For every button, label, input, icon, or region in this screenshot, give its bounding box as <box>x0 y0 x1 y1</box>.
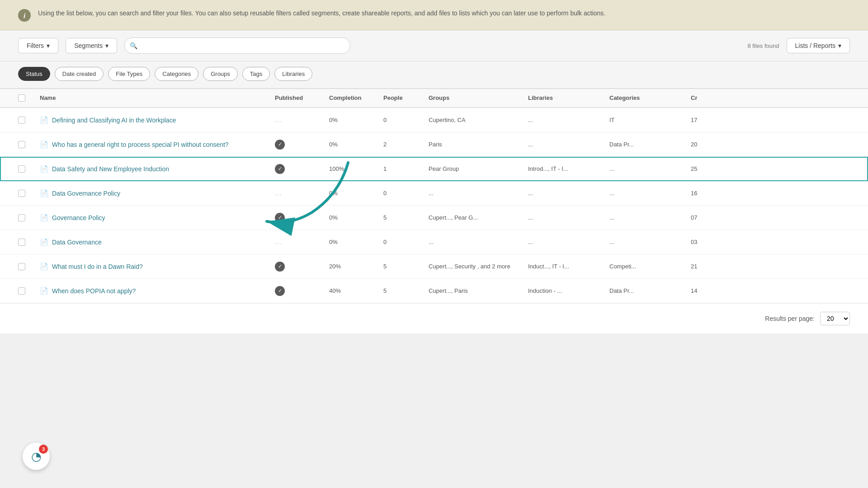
row-people: 2 <box>383 135 429 154</box>
filters-button[interactable]: Filters ▾ <box>18 38 58 53</box>
filter-chip-groups[interactable]: Groups <box>203 67 238 81</box>
row-checkbox[interactable] <box>18 117 25 124</box>
row-name[interactable]: 📄 Data Governance <box>40 232 275 253</box>
doc-icon: 📄 <box>40 116 48 124</box>
row-libraries: ... <box>528 208 609 227</box>
row-name-text: When does POPIA not apply? <box>52 287 136 295</box>
doc-icon: 📄 <box>40 165 48 173</box>
header-name: Name <box>40 94 275 102</box>
filters-label: Filters <box>27 42 44 49</box>
lists-reports-button[interactable]: Lists / Reports ▾ <box>787 38 850 53</box>
header-completion: Completion <box>329 94 383 102</box>
row-cr: 14 <box>691 281 727 300</box>
lists-reports-chevron-icon: ▾ <box>838 42 841 49</box>
row-checkbox[interactable] <box>18 214 25 221</box>
row-people: 0 <box>383 110 429 130</box>
row-completion: 0% <box>329 232 383 252</box>
row-groups: Pear Group <box>429 159 528 178</box>
table-body: 📄 Defining and Classifying AI in the Wor… <box>0 108 868 303</box>
published-check-icon: ✓ <box>275 262 285 272</box>
row-libraries: ... <box>528 183 609 203</box>
info-icon: i <box>18 9 31 22</box>
row-categories: Competi... <box>609 257 691 276</box>
row-name[interactable]: 📄 Governance Policy <box>40 207 275 228</box>
row-name[interactable]: 📄 What must I do in a Dawn Raid? <box>40 256 275 277</box>
row-published: ... <box>275 232 329 252</box>
table-row[interactable]: 📄 Governance Policy ✓ 0% 5 Cupert..., Pe… <box>0 206 868 230</box>
table-row[interactable]: 📄 Data Governance ... 0% 0 ... ... ... 0… <box>0 230 868 254</box>
row-cr: 25 <box>691 159 727 178</box>
row-name[interactable]: 📄 When does POPIA not apply? <box>40 281 275 301</box>
row-checkbox-cell <box>18 110 40 130</box>
filter-chip-libraries[interactable]: Libraries <box>274 67 312 81</box>
row-checkbox[interactable] <box>18 165 25 173</box>
table-row[interactable]: 📄 What must I do in a Dawn Raid? ✓ 20% 5… <box>0 254 868 279</box>
published-check-icon: ✓ <box>275 164 285 174</box>
row-checkbox[interactable] <box>18 287 25 295</box>
row-checkbox[interactable] <box>18 190 25 197</box>
row-checkbox[interactable] <box>18 239 25 246</box>
row-published: ✓ <box>275 133 329 156</box>
table-row[interactable]: 📄 Data Governance Policy ... 0% 0 ... ..… <box>0 181 868 206</box>
toolbar: Filters ▾ Segments ▾ 🔍 8 files found Lis… <box>0 30 868 61</box>
row-completion: 0% <box>329 135 383 154</box>
segments-button[interactable]: Segments ▾ <box>66 38 117 53</box>
notification-badge[interactable]: ◔ 3 <box>23 443 50 470</box>
row-libraries: ... <box>528 110 609 130</box>
files-count: 8 files found <box>747 42 779 49</box>
row-people: 5 <box>383 208 429 227</box>
doc-icon: 📄 <box>40 141 48 149</box>
notification-count: 3 <box>39 445 48 454</box>
segments-label: Segments <box>74 42 103 49</box>
row-completion: 0% <box>329 110 383 130</box>
filter-chip-date-created[interactable]: Date created <box>55 67 104 81</box>
search-input[interactable] <box>124 38 350 54</box>
row-name[interactable]: 📄 Data Governance Policy <box>40 183 275 204</box>
doc-icon: 📄 <box>40 287 48 295</box>
filter-chip-categories[interactable]: Categories <box>155 67 198 81</box>
filter-chip-file-types[interactable]: File Types <box>108 67 150 81</box>
row-name-text: Data Governance <box>52 239 102 246</box>
filters-chevron-icon: ▾ <box>47 42 50 49</box>
row-libraries: ... <box>528 135 609 154</box>
row-people: 0 <box>383 232 429 252</box>
doc-icon: 📄 <box>40 263 48 271</box>
row-libraries: Induction - ... <box>528 281 609 300</box>
row-categories: IT <box>609 110 691 130</box>
header-cr: Cr <box>691 94 727 102</box>
row-categories: ... <box>609 159 691 178</box>
row-name-text: Defining and Classifying AI in the Workp… <box>52 117 176 124</box>
table-row[interactable]: 📄 Who has a general right to process spe… <box>0 132 868 157</box>
results-per-page-select[interactable]: 10 20 50 100 <box>820 312 850 325</box>
table-row[interactable]: 📄 When does POPIA not apply? ✓ 40% 5 Cup… <box>0 279 868 303</box>
row-checkbox[interactable] <box>18 141 25 148</box>
doc-icon: 📄 <box>40 214 48 222</box>
row-checkbox[interactable] <box>18 263 25 270</box>
row-name[interactable]: 📄 Who has a general right to process spe… <box>40 134 275 155</box>
row-checkbox-cell <box>18 257 40 277</box>
table-row[interactable]: 📄 Data Safety and New Employee Induction… <box>0 157 868 181</box>
row-groups: ... <box>429 232 528 252</box>
filter-chip-status[interactable]: Status <box>18 67 50 81</box>
select-all-checkbox[interactable] <box>18 94 25 102</box>
filter-bar: Status Date created File Types Categorie… <box>0 61 868 89</box>
row-checkbox-cell <box>18 135 40 155</box>
published-ellipsis: ... <box>275 239 283 245</box>
published-check-icon: ✓ <box>275 286 285 296</box>
row-published: ✓ <box>275 280 329 302</box>
row-people: 5 <box>383 281 429 300</box>
row-published: ✓ <box>275 206 329 229</box>
table-row[interactable]: 📄 Defining and Classifying AI in the Wor… <box>0 108 868 132</box>
results-per-page-label: Results per page: <box>765 315 815 322</box>
row-people: 0 <box>383 183 429 203</box>
row-libraries: Induct..., IT - I... <box>528 257 609 276</box>
row-cr: 21 <box>691 257 727 276</box>
row-cr: 07 <box>691 208 727 227</box>
row-name[interactable]: 📄 Defining and Classifying AI in the Wor… <box>40 110 275 131</box>
row-categories: Data Pr... <box>609 135 691 154</box>
filter-chip-tags[interactable]: Tags <box>242 67 270 81</box>
row-groups: Paris <box>429 135 528 154</box>
row-categories: Data Pr... <box>609 281 691 300</box>
published-check-icon: ✓ <box>275 140 285 150</box>
row-name[interactable]: 📄 Data Safety and New Employee Induction <box>40 159 275 179</box>
